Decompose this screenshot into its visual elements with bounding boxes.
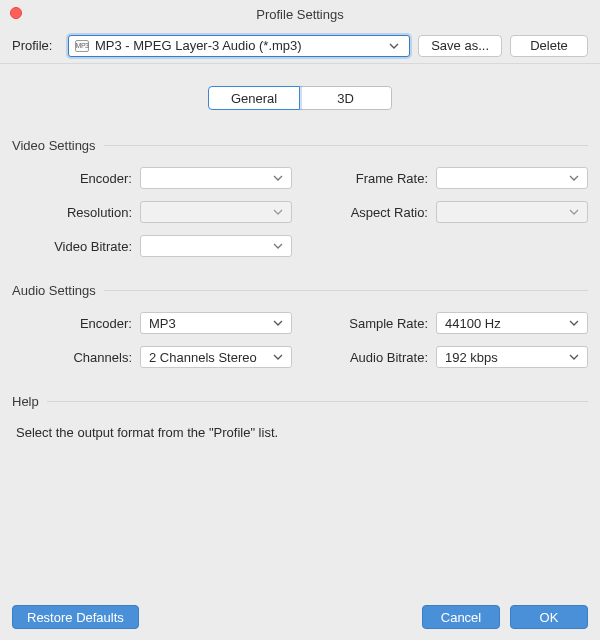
profile-label: Profile: — [12, 38, 60, 53]
tab-general[interactable]: General — [208, 86, 300, 110]
help-group: Help Select the output format from the "… — [12, 394, 588, 440]
divider — [104, 145, 588, 146]
tabs: General 3D — [12, 86, 588, 110]
aspect-ratio-label: Aspect Ratio: — [308, 205, 428, 220]
resolution-label: Resolution: — [12, 205, 132, 220]
chevron-down-icon — [569, 209, 583, 215]
video-encoder-combobox[interactable] — [140, 167, 292, 189]
mp3-format-icon: MP3 — [75, 40, 89, 52]
video-settings-title: Video Settings — [12, 138, 96, 153]
restore-defaults-button[interactable]: Restore Defaults — [12, 605, 139, 629]
samplerate-combobox[interactable]: 44100 Hz — [436, 312, 588, 334]
titlebar: Profile Settings — [0, 0, 600, 28]
audio-settings-title: Audio Settings — [12, 283, 96, 298]
video-bitrate-combobox[interactable] — [140, 235, 292, 257]
help-title: Help — [12, 394, 39, 409]
framerate-label: Frame Rate: — [308, 171, 428, 186]
profile-value: MP3 - MPEG Layer-3 Audio (*.mp3) — [95, 38, 383, 53]
window-controls — [10, 7, 22, 19]
chevron-down-icon — [273, 320, 287, 326]
resolution-combobox[interactable] — [140, 201, 292, 223]
chevron-down-icon — [273, 354, 287, 360]
help-text: Select the output format from the "Profi… — [12, 423, 588, 440]
save-as-button[interactable]: Save as... — [418, 35, 502, 57]
channels-label: Channels: — [12, 350, 132, 365]
chevron-down-icon — [273, 243, 287, 249]
toolbar: Profile: MP3 MP3 - MPEG Layer-3 Audio (*… — [0, 28, 600, 64]
chevron-down-icon — [389, 43, 403, 49]
main-content: General 3D Video Settings Encoder: Frame… — [0, 64, 600, 440]
chevron-down-icon — [569, 175, 583, 181]
bottom-bar: Restore Defaults Cancel OK — [0, 594, 600, 640]
chevron-down-icon — [273, 175, 287, 181]
audio-encoder-combobox[interactable]: MP3 — [140, 312, 292, 334]
aspect-ratio-combobox[interactable] — [436, 201, 588, 223]
close-icon[interactable] — [10, 7, 22, 19]
audio-bitrate-value: 192 kbps — [445, 350, 569, 365]
audio-encoder-value: MP3 — [149, 316, 273, 331]
cancel-button[interactable]: Cancel — [422, 605, 500, 629]
delete-button[interactable]: Delete — [510, 35, 588, 57]
chevron-down-icon — [273, 209, 287, 215]
audio-encoder-label: Encoder: — [12, 316, 132, 331]
audio-settings-group: Audio Settings Encoder: MP3 Sample Rate:… — [12, 283, 588, 368]
framerate-combobox[interactable] — [436, 167, 588, 189]
profile-combobox[interactable]: MP3 MP3 - MPEG Layer-3 Audio (*.mp3) — [68, 35, 410, 57]
audio-bitrate-label: Audio Bitrate: — [308, 350, 428, 365]
video-bitrate-label: Video Bitrate: — [12, 239, 132, 254]
channels-value: 2 Channels Stereo — [149, 350, 273, 365]
video-encoder-label: Encoder: — [12, 171, 132, 186]
window-title: Profile Settings — [256, 7, 343, 22]
audio-bitrate-combobox[interactable]: 192 kbps — [436, 346, 588, 368]
ok-button[interactable]: OK — [510, 605, 588, 629]
samplerate-label: Sample Rate: — [308, 316, 428, 331]
samplerate-value: 44100 Hz — [445, 316, 569, 331]
divider — [47, 401, 588, 402]
video-settings-group: Video Settings Encoder: Frame Rate: Reso… — [12, 138, 588, 257]
chevron-down-icon — [569, 320, 583, 326]
divider — [104, 290, 588, 291]
channels-combobox[interactable]: 2 Channels Stereo — [140, 346, 292, 368]
chevron-down-icon — [569, 354, 583, 360]
tab-3d[interactable]: 3D — [300, 86, 392, 110]
